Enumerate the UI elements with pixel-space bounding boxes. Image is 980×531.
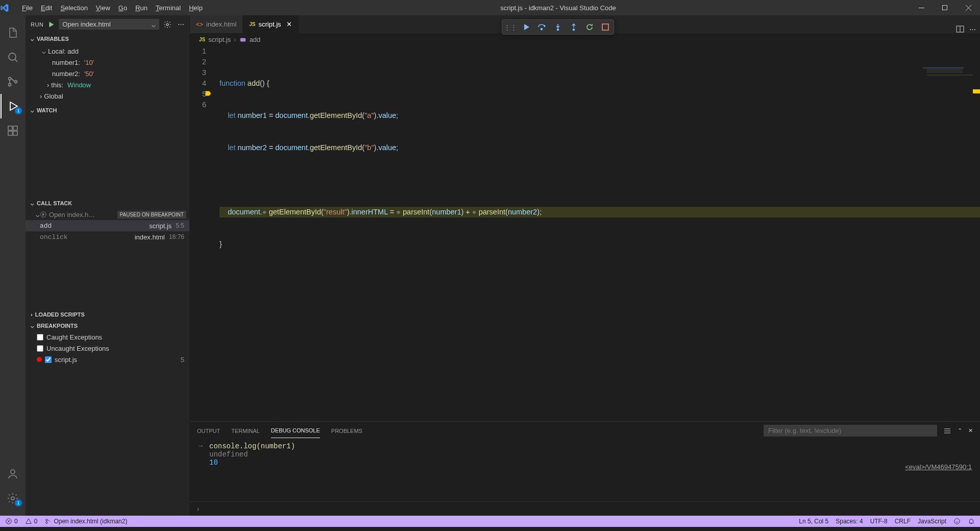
close-panel-icon[interactable]: ✕ — [968, 427, 973, 434]
bp-file-checkbox[interactable] — [45, 356, 52, 363]
section-variables[interactable]: ⌵VARIABLES — [26, 33, 189, 44]
menu-run[interactable]: Run — [131, 2, 152, 14]
panel-tab-debug-console[interactable]: DEBUG CONSOLE — [271, 423, 320, 438]
menu-file[interactable]: FFileile — [18, 2, 37, 14]
window-title: script.js - idkman2 - Visual Studio Code — [207, 4, 910, 12]
callstack-frame[interactable]: add script.js 5:5 — [26, 220, 189, 231]
console-value: 10 — [197, 458, 973, 467]
status-bar: 0 0 Open index.html (idkman2) Ln 5, Col … — [0, 516, 980, 527]
status-language[interactable]: JavaScript — [918, 518, 946, 525]
svg-rect-14 — [240, 38, 246, 41]
menu-bar: FFileile Edit Selection View Go Run Term… — [18, 2, 207, 14]
console-input-echo: console.log(number1) — [209, 442, 295, 450]
maximize-button[interactable] — [933, 0, 957, 15]
var-row[interactable]: ›this: Window — [38, 79, 189, 90]
bp-file[interactable]: script.js 5 — [26, 354, 189, 365]
repl-input[interactable]: › — [190, 501, 980, 516]
menu-selection[interactable]: Selection — [56, 2, 91, 14]
panel-tab-output[interactable]: OUTPUT — [197, 424, 220, 438]
debug-settings-icon[interactable] — [163, 20, 172, 29]
svg-point-3 — [9, 84, 11, 86]
split-editor-icon[interactable] — [956, 25, 964, 33]
status-cursor[interactable]: Ln 5, Col 5 — [799, 518, 828, 525]
svg-point-2 — [9, 78, 11, 80]
collapse-panel-icon[interactable]: ⌃ — [958, 427, 962, 434]
scope-local[interactable]: ⌵Local: add — [38, 45, 189, 57]
minimize-button[interactable] — [910, 0, 933, 15]
activity-search-icon[interactable] — [1, 45, 25, 69]
svg-point-9 — [11, 470, 15, 474]
status-spaces[interactable]: Spaces: 4 — [836, 518, 863, 525]
bp-uncaught[interactable]: Uncaught Exceptions — [26, 343, 189, 354]
svg-rect-5 — [8, 126, 12, 130]
tab-index-html[interactable]: <> index.html — [190, 15, 243, 33]
menu-help[interactable]: Help — [185, 2, 207, 14]
callstack-frame[interactable]: onclick index.html 16:76 — [26, 231, 189, 243]
debug-toolbar[interactable]: ⋮⋮ — [502, 19, 614, 35]
console-filter-input[interactable] — [764, 425, 937, 437]
svg-point-20 — [557, 29, 559, 31]
svg-rect-0 — [942, 5, 947, 10]
continue-button[interactable] — [521, 22, 531, 32]
tab-script-js[interactable]: JS script.js ✕ — [243, 15, 298, 33]
debug-config-name: Open index.html — [62, 20, 111, 28]
vscode-logo-icon — [0, 4, 18, 12]
section-callstack[interactable]: ⌵CALL STACK — [26, 198, 189, 209]
bp-caught-checkbox[interactable] — [37, 334, 43, 341]
step-out-button[interactable] — [569, 22, 579, 32]
activity-explorer-icon[interactable] — [1, 20, 25, 45]
status-warnings[interactable]: 0 — [25, 518, 38, 525]
scope-global[interactable]: ›Global — [38, 90, 189, 102]
menu-view[interactable]: View — [92, 2, 114, 14]
section-breakpoints[interactable]: ⌵BREAKPOINTS — [26, 320, 189, 331]
status-encoding[interactable]: UTF-8 — [870, 518, 888, 525]
filter-settings-icon[interactable] — [943, 427, 951, 435]
start-debug-button[interactable] — [47, 21, 55, 28]
step-into-button[interactable] — [553, 22, 563, 32]
bp-uncaught-checkbox[interactable] — [37, 345, 43, 352]
console-source-link[interactable]: <eval>/VM46947590:1 — [905, 463, 972, 471]
svg-rect-15 — [923, 67, 964, 68]
close-button[interactable] — [957, 0, 980, 15]
status-bell-icon[interactable] — [968, 518, 975, 525]
status-errors[interactable]: 0 — [5, 518, 18, 525]
restart-button[interactable] — [584, 22, 595, 32]
more-actions-icon[interactable]: ⋯ — [969, 26, 976, 33]
panel-tab-terminal[interactable]: TERMINAL — [231, 424, 260, 438]
debug-console-output[interactable]: →console.log(number1) undefined 10 <eval… — [190, 440, 980, 501]
svg-point-4 — [15, 81, 17, 83]
step-over-button[interactable] — [537, 22, 547, 32]
html-file-icon: <> — [196, 21, 203, 28]
debug-config-dropdown[interactable]: Open index.html ⌵ — [59, 19, 159, 30]
breadcrumb[interactable]: JS script.js › add — [190, 33, 980, 46]
svg-point-1 — [9, 53, 16, 60]
activity-accounts-icon[interactable] — [1, 462, 25, 486]
activity-debug-icon[interactable]: 1 — [1, 94, 25, 118]
debug-more-icon[interactable]: ⋯ — [178, 20, 184, 29]
editor-area: <> index.html JS script.js ✕ ⋯ JS script… — [190, 15, 980, 516]
section-loaded-scripts[interactable]: ›LOADED SCRIPTS — [26, 309, 189, 320]
var-row[interactable]: number1: '10' — [38, 57, 189, 68]
close-tab-icon[interactable]: ✕ — [286, 20, 292, 28]
status-feedback-icon[interactable] — [953, 518, 961, 525]
activity-extensions-icon[interactable] — [1, 118, 25, 143]
section-watch[interactable]: ⌵WATCH — [26, 105, 189, 116]
stop-button[interactable] — [600, 22, 610, 32]
menu-terminal[interactable]: Terminal — [152, 2, 185, 14]
var-row[interactable]: number2: '50' — [38, 68, 189, 79]
status-debug-target[interactable]: Open index.html (idkman2) — [44, 518, 127, 525]
panel-tab-problems[interactable]: PROBLEMS — [331, 424, 362, 438]
code-editor[interactable]: 1 2 3 4 5 6 function add() { let number1… — [190, 46, 980, 421]
svg-point-26 — [954, 519, 960, 524]
drag-handle-icon[interactable]: ⋮⋮ — [505, 22, 516, 32]
minimap[interactable] — [923, 46, 974, 421]
bp-caught[interactable]: Caught Exceptions — [26, 331, 189, 343]
menu-edit[interactable]: Edit — [37, 2, 56, 14]
gutter: 1 2 3 4 5 6 — [190, 46, 219, 421]
menu-go[interactable]: Go — [114, 2, 131, 14]
callstack-session[interactable]: ⌵ Open index.h… PAUSED ON BREAKPOINT — [26, 209, 189, 220]
activity-scm-icon[interactable] — [1, 69, 25, 94]
tab-label: script.js — [259, 20, 281, 28]
activity-settings-icon[interactable]: 1 — [1, 486, 25, 511]
status-eol[interactable]: CRLF — [895, 518, 911, 525]
